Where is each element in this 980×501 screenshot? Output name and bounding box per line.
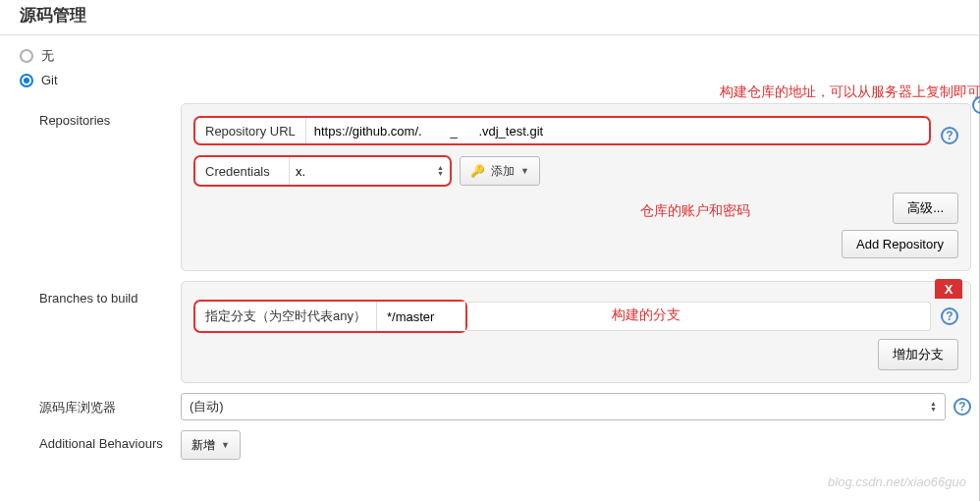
credentials-label: Credentials [195,164,289,179]
additional-behaviours-label: Additional Behaviours [39,430,181,451]
add-credentials-button[interactable]: 🔑 添加 ▼ [460,156,540,186]
repo-url-input[interactable] [306,118,929,143]
key-icon: 🔑 [470,164,485,178]
radio-none[interactable] [20,49,33,63]
repositories-panel: ? Repository URL ? Credentials ▲▼ [181,103,971,271]
help-icon[interactable]: ? [941,307,958,325]
radio-none-row[interactable]: 无 [20,47,979,65]
repositories-row: Repositories 构建仓库的地址，可以从服务器上复制即可 ? Repos… [0,103,979,271]
add-credentials-label: 添加 [491,163,515,180]
caret-down-icon: ▼ [520,166,529,176]
credentials-row: Credentials ▲▼ 🔑 添加 ▼ 仓库的账户和密码 [193,155,958,187]
repo-browser-label: 源码库浏览器 [39,393,181,417]
branch-spec-wrapper: 指定分支（为空时代表any） [193,300,931,333]
help-icon[interactable]: ? [941,127,958,144]
help-icon[interactable]: ? [972,96,980,114]
help-icon[interactable]: ? [953,398,971,416]
repo-browser-row: 源码库浏览器 (自动) ▲▼ ? [0,393,979,420]
branches-panel: X 指定分支（为空时代表any） ? 构建的分支 增加分支 [181,281,971,383]
select-arrows-icon: ▲▼ [437,165,450,177]
radio-none-label: 无 [41,47,54,65]
scm-container: 源码管理 无 Git Repositories 构建仓库的地址，可以从服务器上复… [0,0,980,501]
section-title: 源码管理 [0,0,979,35]
add-behaviour-button[interactable]: 新增 ▼ [181,430,241,460]
branch-spec-label: 指定分支（为空时代表any） [195,307,376,325]
credentials-select[interactable] [290,157,437,185]
add-branch-button[interactable]: 增加分支 [878,339,958,370]
delete-branch-button[interactable]: X [935,279,962,299]
repositories-label: Repositories [39,103,181,128]
select-arrows-icon: ▲▼ [930,401,937,413]
branches-label: Branches to build [39,281,181,306]
repo-url-label: Repository URL [195,124,305,139]
annotation-branch: 构建的分支 [612,306,681,324]
branch-input-extension[interactable] [467,302,931,331]
repo-browser-select[interactable]: (自动) ▲▼ [181,393,946,420]
branch-spec-input[interactable] [377,302,465,331]
repo-url-field: Repository URL [193,116,931,145]
add-repository-button[interactable]: Add Repository [842,230,958,258]
annotation-credentials: 仓库的账户和密码 [640,202,750,220]
branch-spec-field: 指定分支（为空时代表any） [193,300,467,333]
radio-git-label: Git [41,73,58,87]
add-behaviour-label: 新增 [191,437,215,454]
additional-behaviours-row: Additional Behaviours 新增 ▼ [0,430,979,460]
branches-row: Branches to build X 指定分支（为空时代表any） ? 构建 [0,281,979,383]
radio-git[interactable] [20,74,33,87]
credentials-field: Credentials ▲▼ [193,155,452,187]
caret-down-icon: ▼ [221,440,230,450]
advanced-button[interactable]: 高级... [893,193,958,224]
repo-browser-value: (自动) [190,398,224,416]
annotation-repo-url: 构建仓库的地址，可以从服务器上复制即可 [720,84,980,101]
